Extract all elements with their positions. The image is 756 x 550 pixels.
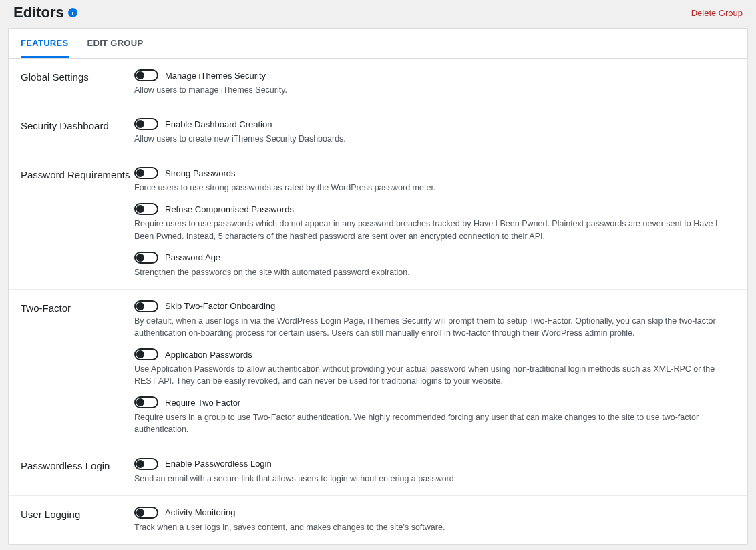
setting-desc: Require users to use passwords which do … <box>134 218 735 242</box>
tab-bar: FEATURES EDIT GROUP <box>9 29 747 59</box>
toggle-enable-passwordless[interactable] <box>134 458 158 470</box>
section-label: Two-Factor <box>21 300 134 436</box>
setting-title: Enable Passwordless Login <box>165 459 272 469</box>
setting-password-age: Password Age Strengthen the passwords on… <box>134 252 735 278</box>
toggle-require-two-factor[interactable] <box>134 396 158 408</box>
setting-refuse-compromised: Refuse Compromised Passwords Require use… <box>134 203 735 242</box>
page-title-text: Editors <box>13 4 64 21</box>
toggle-enable-dashboard[interactable] <box>134 118 158 130</box>
setting-desc: Use Application Passwords to allow authe… <box>134 363 735 387</box>
section-label: Passwordless Login <box>21 458 134 485</box>
section-global-settings: Global Settings Manage iThemes Security … <box>9 59 747 107</box>
setting-title: Application Passwords <box>165 350 252 360</box>
setting-manage-security: Manage iThemes Security Allow users to m… <box>134 69 735 96</box>
setting-title: Require Two Factor <box>165 398 240 408</box>
setting-title: Skip Two-Factor Onboarding <box>165 301 275 311</box>
setting-title: Manage iThemes Security <box>165 71 266 81</box>
info-icon[interactable]: i <box>68 8 77 17</box>
section-label: Global Settings <box>21 69 134 96</box>
setting-title: Refuse Compromised Passwords <box>165 204 294 214</box>
setting-desc: Require users in a group to use Two-Fact… <box>134 411 735 435</box>
toggle-manage-security[interactable] <box>134 69 158 81</box>
setting-require-two-factor: Require Two Factor Require users in a gr… <box>134 396 735 435</box>
setting-enable-passwordless: Enable Passwordless Login Send an email … <box>134 458 735 485</box>
setting-enable-dashboard: Enable Dashboard Creation Allow users to… <box>134 118 735 145</box>
delete-group-link[interactable]: Delete Group <box>691 8 743 18</box>
section-label: Password Requirements <box>21 167 134 278</box>
tab-features[interactable]: FEATURES <box>21 29 69 58</box>
setting-skip-onboarding: Skip Two-Factor Onboarding By default, w… <box>134 300 735 339</box>
section-password-requirements: Password Requirements Strong Passwords F… <box>9 156 747 289</box>
setting-desc: Send an email with a secure link that al… <box>134 473 735 485</box>
setting-desc: Force users to use strong passwords as r… <box>134 182 735 194</box>
setting-title: Activity Monitoring <box>165 507 235 517</box>
setting-application-passwords: Application Passwords Use Application Pa… <box>134 348 735 387</box>
setting-desc: Track when a user logs in, saves content… <box>134 521 735 533</box>
setting-desc: Allow users to create new iThemes Securi… <box>134 133 735 145</box>
setting-title: Enable Dashboard Creation <box>165 119 272 129</box>
toggle-strong-passwords[interactable] <box>134 167 158 179</box>
setting-title: Strong Passwords <box>165 168 236 178</box>
setting-desc: By default, when a user logs in via the … <box>134 315 735 339</box>
setting-activity-monitoring: Activity Monitoring Track when a user lo… <box>134 507 735 533</box>
tab-edit-group[interactable]: EDIT GROUP <box>87 29 144 58</box>
section-two-factor: Two-Factor Skip Two-Factor Onboarding By… <box>9 289 747 447</box>
section-security-dashboard: Security Dashboard Enable Dashboard Crea… <box>9 107 747 156</box>
section-label: User Logging <box>21 507 134 533</box>
toggle-skip-onboarding[interactable] <box>134 300 158 312</box>
toggle-activity-monitoring[interactable] <box>134 507 158 519</box>
page-title: Editors i <box>13 4 77 21</box>
section-label: Security Dashboard <box>21 118 134 145</box>
setting-desc: Strengthen the passwords on the site wit… <box>134 266 735 278</box>
section-passwordless-login: Passwordless Login Enable Passwordless L… <box>9 447 747 495</box>
settings-panel: FEATURES EDIT GROUP Global Settings Mana… <box>8 28 748 545</box>
setting-title: Password Age <box>165 252 220 262</box>
toggle-refuse-compromised[interactable] <box>134 203 158 215</box>
section-user-logging: User Logging Activity Monitoring Track w… <box>9 495 747 544</box>
toggle-password-age[interactable] <box>134 252 158 264</box>
toggle-application-passwords[interactable] <box>134 348 158 360</box>
setting-strong-passwords: Strong Passwords Force users to use stro… <box>134 167 735 194</box>
setting-desc: Allow users to manage iThemes Security. <box>134 84 735 96</box>
